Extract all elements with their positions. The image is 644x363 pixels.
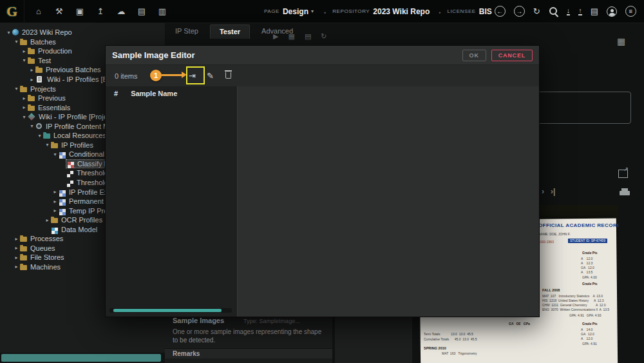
modal-header: Sample Image Editor OK CANCEL <box>106 46 539 65</box>
expander-closed-icon[interactable]: ▸ <box>52 208 59 213</box>
layout-icon[interactable]: ▤ <box>305 32 311 41</box>
open-external-icon[interactable] <box>618 170 628 178</box>
sample-preview-panel <box>238 86 539 317</box>
last-page-icon[interactable]: ›| <box>551 187 555 196</box>
upload-icon[interactable]: ↑ <box>578 7 582 15</box>
column-number: # <box>114 90 118 97</box>
property-description: One or more sample images representing t… <box>165 326 332 346</box>
document-text-line: A 12.0 <box>581 337 592 340</box>
scrollbar-thumb[interactable] <box>1 354 161 362</box>
menu-icon[interactable]: ≡ <box>625 6 636 17</box>
tab-tester[interactable]: Tester <box>210 25 250 39</box>
document-text-line: STUDENT ID: SP-67459 <box>568 239 607 243</box>
refresh-icon[interactable]: ↻ <box>533 6 540 16</box>
expander-open-icon[interactable]: ▾ <box>44 142 51 148</box>
document-text-line: Grade Pts <box>582 282 598 286</box>
expander-open-icon[interactable]: ▾ <box>13 39 20 44</box>
tree-item-label: Batches <box>30 38 56 46</box>
expander-closed-icon[interactable]: ▸ <box>13 264 20 270</box>
grid-blue-icon <box>59 209 62 212</box>
hierarchy-icon[interactable]: ▦ <box>617 36 625 46</box>
document-text-line: NAME: DOE, JOHN F. <box>538 233 571 236</box>
grid-blue-icon <box>59 152 62 155</box>
sample-list-panel: # Sample Name <box>106 86 238 317</box>
document-text-line: Cumulative Totals 45.0 13.0 45.5 <box>424 338 477 341</box>
stats-icon[interactable]: ▥ <box>157 6 167 16</box>
property-type-text: Type: SampleImage... <box>243 318 300 324</box>
tab-ip-step[interactable]: IP Step <box>166 25 207 39</box>
export-icon[interactable]: ↥ <box>95 6 106 16</box>
expander-closed-icon[interactable]: ▸ <box>28 67 35 73</box>
expander-open-icon[interactable]: ▾ <box>21 114 28 120</box>
expander-closed-icon[interactable]: ▸ <box>52 189 59 195</box>
column-sample-name: Sample Name <box>131 90 177 97</box>
expander-closed-icon[interactable]: ▸ <box>13 255 20 260</box>
licensee-label: LICENSEE <box>447 8 475 14</box>
imports-icon[interactable]: ▤ <box>137 6 147 16</box>
search-icon[interactable] <box>549 6 558 16</box>
folder-teal-icon <box>43 133 50 139</box>
repository-value[interactable]: 2023 Wiki Repo <box>373 7 430 16</box>
expander-closed-icon[interactable]: ▸ <box>21 95 28 101</box>
folder-icon <box>20 87 27 92</box>
expander-open-icon[interactable]: ▾ <box>13 86 20 92</box>
expander-closed-icon[interactable]: ▸ <box>52 199 59 204</box>
expander-open-icon[interactable]: ▾ <box>36 133 43 139</box>
expander-open-icon[interactable]: ▾ <box>28 123 35 129</box>
document-text-line: GPA: 4.00 <box>582 276 597 279</box>
document-text-line: FALL 2008 <box>542 289 560 293</box>
expander-open-icon[interactable]: ▾ <box>5 30 12 35</box>
remarks-header[interactable]: Remarks <box>165 348 332 358</box>
forward-icon[interactable]: → <box>514 6 525 17</box>
expander-open-icon[interactable]: ▾ <box>52 152 59 157</box>
print-icon[interactable] <box>620 188 630 196</box>
tree-item-label: IP Profiles <box>61 141 93 149</box>
properties-panel: Sample Images Type: SampleImage... One o… <box>165 312 332 363</box>
scrollbar-thumb[interactable] <box>113 309 222 312</box>
page-navigation: › ›| <box>542 187 555 196</box>
topbar: G ⌂⚒▣↥☁▤▥ PAGE Design ▾ REPOSITORY 2023 … <box>0 0 644 23</box>
expander-closed-icon[interactable]: ▸ <box>13 236 20 242</box>
expander-closed-icon[interactable]: ▸ <box>44 217 51 223</box>
ok-button[interactable]: OK <box>462 50 486 61</box>
grid-dark-icon <box>67 181 70 184</box>
grid-icon[interactable]: ▦ <box>288 32 294 41</box>
edit-icon[interactable]: ✎ <box>204 71 216 81</box>
run-icon[interactable]: ▶ <box>273 32 278 41</box>
download-icon[interactable]: ↓ <box>567 7 571 15</box>
list-horizontal-scrollbar[interactable] <box>109 308 232 313</box>
document-text-line: GPA: 4.91 GPA: 4.93 <box>569 314 601 317</box>
refresh-icon[interactable]: ↻ <box>321 32 327 41</box>
user-icon[interactable] <box>607 6 617 17</box>
import-images-icon[interactable]: ⇥ <box>186 71 198 81</box>
expander-closed-icon[interactable]: ▸ <box>21 104 28 110</box>
layers-icon[interactable]: ▤ <box>591 6 598 16</box>
expander-closed-icon[interactable]: ▸ <box>28 77 35 83</box>
expander-open-icon[interactable]: ▾ <box>21 57 28 63</box>
batch-icon[interactable]: ▣ <box>75 6 85 16</box>
tree-item-2023-wiki-repo[interactable]: ▾2023 Wiki Repo <box>0 28 165 37</box>
tree-item-label: Local Resources <box>53 132 106 139</box>
items-count: 0 items <box>115 72 137 80</box>
expander-closed-icon[interactable]: ▸ <box>21 48 28 54</box>
back-icon[interactable]: ← <box>495 6 506 17</box>
chevron-down-icon: ▾ <box>311 8 314 14</box>
tree-item-label: IP Profile Content Mo <box>46 123 113 130</box>
page-value[interactable]: Design <box>283 7 308 16</box>
expander-closed-icon[interactable]: ▸ <box>13 245 20 251</box>
page-label: PAGE <box>264 8 279 14</box>
folder-icon <box>28 96 35 101</box>
cloud-icon[interactable]: ☁ <box>116 6 126 16</box>
grid-blue-icon <box>59 199 62 202</box>
home-icon[interactable]: ⌂ <box>33 6 44 16</box>
folder-icon <box>51 218 58 223</box>
tools-icon[interactable]: ⚒ <box>54 6 64 16</box>
document-text-line: A 13.5 <box>581 271 592 274</box>
cancel-button[interactable]: CANCEL <box>491 50 533 61</box>
document-text-line: A 12.3 <box>581 262 592 265</box>
sidebar-horizontal-scrollbar[interactable] <box>0 353 165 363</box>
folder-icon <box>51 143 58 148</box>
delete-icon[interactable] <box>222 71 234 81</box>
document-text-line: HIS 1219 United States History A 12.3 <box>542 299 604 302</box>
next-page-icon[interactable]: › <box>542 187 544 196</box>
